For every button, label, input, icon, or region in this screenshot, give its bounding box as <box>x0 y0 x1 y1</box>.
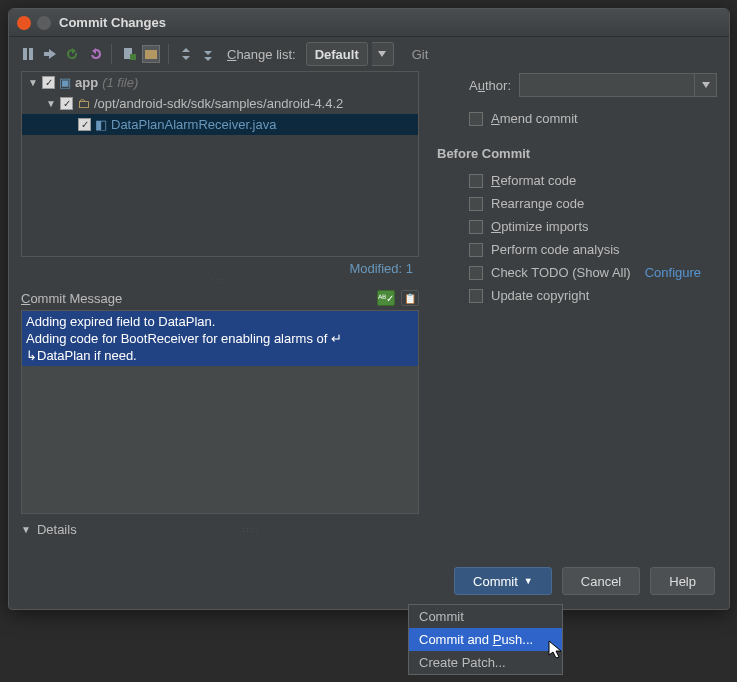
checkbox[interactable] <box>469 289 483 303</box>
commit-dropdown-menu: Commit Commit and Push... Create Patch..… <box>408 604 563 675</box>
checkbox[interactable] <box>469 220 483 234</box>
toolbar: Change list: Default Git <box>9 37 729 71</box>
details-label[interactable]: Details <box>37 522 77 537</box>
folder-icon: 🗀 <box>77 96 90 111</box>
option-label: Optimize imports <box>491 219 589 234</box>
group-by-icon[interactable] <box>142 45 160 63</box>
checkbox[interactable] <box>469 243 483 257</box>
vcs-label: Git <box>412 47 429 62</box>
tree-suffix: (1 file) <box>102 75 138 90</box>
separator <box>168 44 169 64</box>
button-label: Commit <box>473 574 518 589</box>
msg-line: Adding code for BootReceiver for enablin… <box>26 330 342 347</box>
author-label: Author: <box>433 78 511 93</box>
checkbox[interactable]: ✓ <box>60 97 73 110</box>
minimize-icon[interactable] <box>37 16 51 30</box>
new-changelist-icon[interactable] <box>120 45 138 63</box>
window-buttons <box>17 16 51 30</box>
author-input[interactable] <box>520 74 694 96</box>
tree-row-path[interactable]: ▼ ✓ 🗀 /opt/android-sdk/sdk/samples/andro… <box>22 93 418 114</box>
option-label: Reformat code <box>491 173 576 188</box>
revert-icon[interactable] <box>85 45 103 63</box>
change-list-select[interactable]: Default <box>306 42 368 66</box>
spellcheck-icon[interactable]: ᴬᴮ✓ <box>377 290 395 306</box>
collapse-all-icon[interactable] <box>199 45 217 63</box>
chevron-down-icon[interactable]: ▼ <box>21 524 31 535</box>
tree-label: app <box>75 75 98 90</box>
author-combobox[interactable] <box>519 73 717 97</box>
checkbox[interactable]: ✓ <box>42 76 55 89</box>
perform-analysis-option[interactable]: Perform code analysis <box>469 242 717 257</box>
help-button[interactable]: Help <box>650 567 715 595</box>
titlebar: Commit Changes <box>9 9 729 37</box>
option-label: Rearrange code <box>491 196 584 211</box>
mouse-cursor <box>548 640 564 660</box>
commit-message-textarea[interactable]: Adding expired field to DataPlan. Adding… <box>21 310 419 514</box>
refresh-icon[interactable] <box>63 45 81 63</box>
change-list-label: Change list: <box>227 47 296 62</box>
module-icon: ▣ <box>59 75 71 90</box>
before-commit-header: Before Commit <box>437 146 717 161</box>
menu-item-create-patch[interactable]: Create Patch... <box>409 651 562 674</box>
option-label: Check TODO (Show All) <box>491 265 631 280</box>
show-diff-icon[interactable] <box>19 45 37 63</box>
rearrange-code-option[interactable]: Rearrange code <box>469 196 717 211</box>
checkbox[interactable]: ✓ <box>78 118 91 131</box>
chevron-down-icon[interactable]: ▼ <box>46 98 56 109</box>
dialog-title: Commit Changes <box>59 15 166 30</box>
menu-item-commit-push[interactable]: Commit and Push... <box>409 628 562 651</box>
java-file-icon: ◧ <box>95 117 107 132</box>
chevron-down-icon[interactable] <box>694 74 716 96</box>
separator <box>111 44 112 64</box>
cancel-button[interactable]: Cancel <box>562 567 640 595</box>
option-label: Perform code analysis <box>491 242 620 257</box>
msg-line: Adding expired field to DataPlan. <box>26 313 215 330</box>
expand-all-icon[interactable] <box>177 45 195 63</box>
move-icon[interactable] <box>41 45 59 63</box>
commit-button[interactable]: Commit ▼ <box>454 567 552 595</box>
dialog-buttons: Commit ▼ Cancel Help <box>9 559 729 609</box>
tree-label: /opt/android-sdk/sdk/samples/android-4.4… <box>94 96 343 111</box>
configure-link[interactable]: Configure <box>645 265 701 280</box>
amend-commit-option[interactable]: Amend commit <box>469 111 717 126</box>
history-icon[interactable]: 📋 <box>401 290 419 306</box>
tree-file-label: DataPlanAlarmReceiver.java <box>111 117 276 132</box>
chevron-down-icon: ▼ <box>524 576 533 586</box>
resize-grip[interactable]: :::: <box>83 525 419 534</box>
option-label: Update copyright <box>491 288 589 303</box>
optimize-imports-option[interactable]: Optimize imports <box>469 219 717 234</box>
checkbox[interactable] <box>469 266 483 280</box>
change-list-dropdown-icon[interactable] <box>372 42 394 66</box>
commit-changes-dialog: Commit Changes Change list: Default Git … <box>8 8 730 610</box>
modified-count: Modified: 1 <box>21 257 419 278</box>
commit-message-label: Commit Message <box>21 291 122 306</box>
update-copyright-option[interactable]: Update copyright <box>469 288 717 303</box>
msg-line: ↳DataPlan if need. <box>26 347 137 364</box>
svg-rect-2 <box>145 50 157 59</box>
chevron-down-icon[interactable]: ▼ <box>28 77 38 88</box>
svg-rect-1 <box>130 54 136 60</box>
file-tree[interactable]: ▼ ✓ ▣ app (1 file) ▼ ✓ 🗀 /opt/android-sd… <box>21 71 419 257</box>
tree-row-app[interactable]: ▼ ✓ ▣ app (1 file) <box>22 72 418 93</box>
check-todo-option[interactable]: Check TODO (Show All) Configure <box>469 265 717 280</box>
menu-item-commit[interactable]: Commit <box>409 605 562 628</box>
checkbox[interactable] <box>469 197 483 211</box>
resize-grip[interactable]: :::: <box>21 278 419 284</box>
tree-row-file[interactable]: ✓ ◧ DataPlanAlarmReceiver.java <box>22 114 418 135</box>
checkbox[interactable] <box>469 174 483 188</box>
close-icon[interactable] <box>17 16 31 30</box>
option-label: Amend commit <box>491 111 578 126</box>
reformat-code-option[interactable]: Reformat code <box>469 173 717 188</box>
checkbox[interactable] <box>469 112 483 126</box>
